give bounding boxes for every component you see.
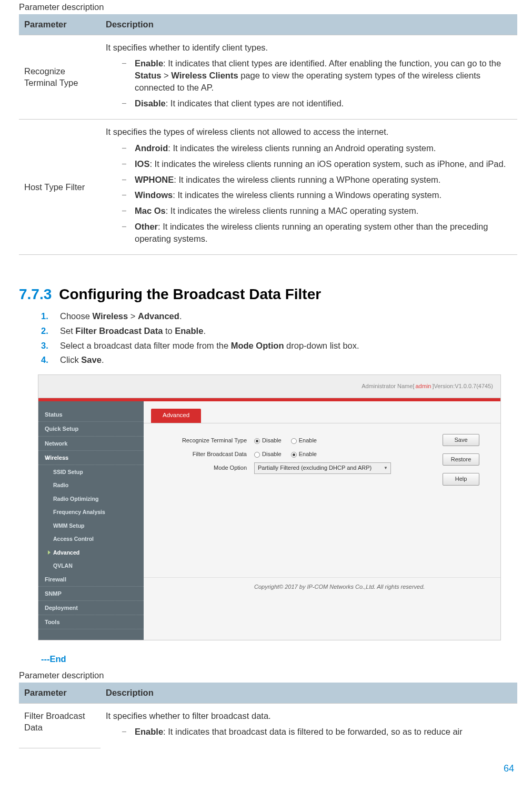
desc-intro: It specifies whether to identify client … [106, 42, 512, 54]
sidebar-sub-radioopt[interactable]: Radio Optimizing [38, 492, 144, 505]
th-param: Parameter [19, 683, 101, 703]
sidebar-sub-freq[interactable]: Frequency Analysis [38, 505, 144, 518]
radio-fbd-enable[interactable]: Enable [291, 450, 317, 458]
sidebar-item-quicksetup[interactable]: Quick Setup [38, 422, 144, 436]
sidebar-item-deployment[interactable]: Deployment [38, 601, 144, 615]
label-mode: Mode Option [154, 464, 254, 472]
list-item: Mac Os: It indicates the wireless client… [122, 205, 512, 217]
sidebar-item-firewall[interactable]: Firewall [38, 572, 144, 587]
sidebar-item-wireless[interactable]: Wireless [38, 451, 144, 465]
shot-footer: Copyright© 2017 by IP-COM Networks Co.,L… [144, 577, 500, 598]
step-list: Choose Wireless > Advanced. Set Filter B… [41, 310, 517, 366]
radio-fbd-disable[interactable]: Disable [254, 450, 282, 458]
help-button[interactable]: Help [443, 473, 479, 485]
sidebar-item-network[interactable]: Network [38, 437, 144, 451]
table1-title: Parameter description [19, 1, 517, 13]
table2-title: Parameter description [19, 669, 517, 681]
desc-intro: It specifies whether to filter broadcast… [106, 710, 512, 722]
list-item: Enable: It indicates that broadcast data… [122, 726, 512, 738]
sidebar-item-tools[interactable]: Tools [38, 615, 144, 629]
list-item: Windows: It indicates the wireless clien… [122, 189, 512, 201]
sidebar-sub-wmm[interactable]: WMM Setup [38, 519, 144, 532]
sidebar-sub-accessctl[interactable]: Access Control [38, 532, 144, 545]
param-name: Recognize Terminal Type [19, 35, 101, 120]
list-item: WPHONE: It indicates the wireless client… [122, 174, 512, 186]
sidebar: Status Quick Setup Network Wireless SSID… [38, 401, 144, 640]
tab-advanced[interactable]: Advanced [151, 409, 201, 423]
th-desc: Description [101, 683, 517, 703]
sidebar-sub-radio[interactable]: Radio [38, 478, 144, 491]
radio-rtt-enable[interactable]: Enable [291, 437, 317, 444]
section-heading: 7.7.3 Configuring the Broadcast Data Fil… [19, 284, 517, 305]
section-title: Configuring the Broadcast Data Filter [59, 284, 321, 305]
list-item: Android: It indicates the wireless clien… [122, 142, 512, 154]
desc-intro: It specifies the types of wireless clien… [106, 126, 512, 138]
param-name: Filter Broadcast Data [19, 703, 101, 748]
param-name: Host Type Filter [19, 120, 101, 255]
radio-rtt-disable[interactable]: Disable [254, 437, 282, 444]
list-item: Enable: It indicates that client types a… [122, 57, 512, 93]
shot-topbar: Administrator Name[admin]Version:V1.0.0.… [38, 375, 500, 398]
end-marker: ---End [41, 653, 517, 665]
row-fbd: Filter Broadcast Data Disable Enable [154, 448, 443, 461]
section-number: 7.7.3 [19, 284, 52, 305]
th-param: Parameter [19, 14, 101, 35]
sidebar-item-status[interactable]: Status [38, 408, 144, 422]
table-row: Filter Broadcast Data It specifies wheth… [19, 703, 517, 748]
list-item: Disable: It indicates that client types … [122, 97, 512, 110]
row-rtt: Recognize Terminal Type Disable Enable [154, 434, 443, 448]
restore-button[interactable]: Restore [443, 453, 479, 466]
param-table-2: Parameter Description Filter Broadcast D… [19, 683, 517, 748]
step-item: Select a broadcast data filter mode from… [41, 340, 517, 352]
step-item: Click Save. [41, 354, 517, 366]
param-table-1: Parameter Description Recognize Terminal… [19, 14, 517, 255]
sidebar-sub-ssid[interactable]: SSID Setup [38, 465, 144, 478]
th-desc: Description [101, 14, 517, 35]
mode-select[interactable]: Partially Filtered (excluding DHCP and A… [254, 462, 391, 473]
screenshot-panel: Administrator Name[admin]Version:V1.0.0.… [38, 374, 501, 640]
row-mode: Mode Option Partially Filtered (excludin… [154, 461, 443, 475]
table-row: Recognize Terminal Type It specifies whe… [19, 35, 517, 120]
sidebar-sub-advanced[interactable]: Advanced [38, 546, 144, 559]
admin-info: Administrator Name[admin]Version:V1.0.0.… [362, 382, 493, 390]
sidebar-sub-qvlan[interactable]: QVLAN [38, 559, 144, 572]
list-item: Other: It indicates the wireless clients… [122, 221, 512, 245]
label-fbd: Filter Broadcast Data [154, 450, 254, 458]
save-button[interactable]: Save [443, 434, 479, 446]
step-item: Set Filter Broadcast Data to Enable. [41, 325, 517, 337]
page-number: 64 [19, 762, 517, 775]
step-item: Choose Wireless > Advanced. [41, 310, 517, 322]
tab-row: Advanced [144, 401, 500, 423]
sidebar-item-snmp[interactable]: SNMP [38, 587, 144, 601]
table-row: Host Type Filter It specifies the types … [19, 120, 517, 255]
list-item: IOS: It indicates the wireless clients r… [122, 158, 512, 170]
label-rtt: Recognize Terminal Type [154, 437, 254, 444]
